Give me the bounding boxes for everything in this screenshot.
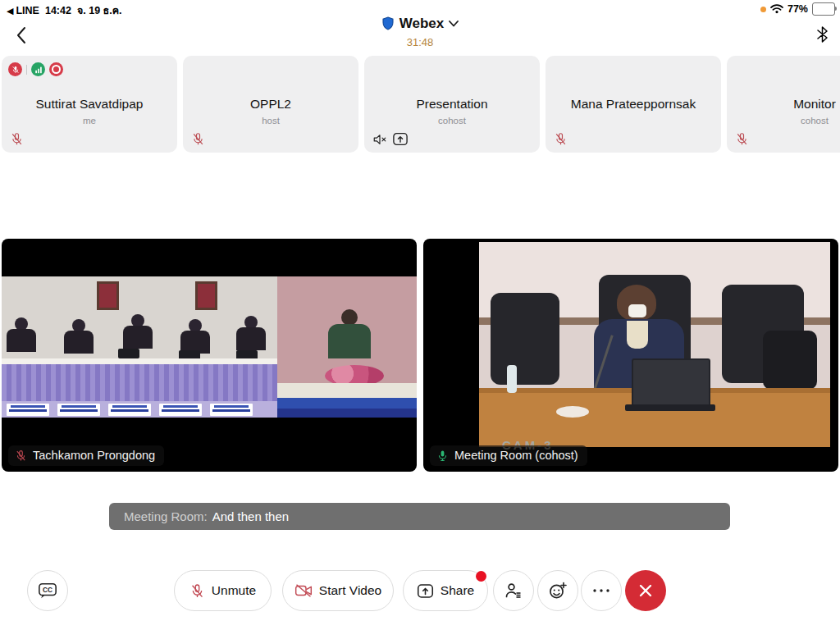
participant-name: Presentation <box>364 97 540 112</box>
video-participant-name: Tachkamon Prongdong <box>33 449 155 462</box>
seated-attendee <box>180 319 210 354</box>
start-video-button[interactable]: Start Video <box>282 570 394 611</box>
status-right: 77% <box>760 2 835 16</box>
video-label-tachkamon: Tachkamon Prongdong <box>8 445 164 466</box>
reactions-button[interactable] <box>537 570 578 611</box>
wifi-icon <box>770 4 783 14</box>
leave-meeting-button[interactable] <box>625 570 666 611</box>
mic-muted-icon <box>189 582 205 600</box>
speaker-shirt <box>627 321 648 349</box>
name-card <box>57 404 100 416</box>
cc-icon: CC <box>37 581 58 600</box>
participants-icon <box>504 581 523 600</box>
meeting-room-camera-shot <box>479 242 830 447</box>
meeting-header: Webex 31:48 <box>0 16 840 48</box>
sharing-content-icon <box>392 132 409 146</box>
name-card <box>7 404 49 416</box>
blue-nameplate-lower <box>277 409 417 418</box>
video-feed-tachkamon[interactable]: Tachkamon Prongdong <box>2 239 417 472</box>
caption-speaker: Meeting Room: <box>124 509 208 523</box>
participant-tile-self[interactable]: Suttirat Savatdipap me <box>2 56 177 153</box>
meeting-timer: 31:48 <box>0 36 840 48</box>
chevron-down-icon <box>449 21 459 27</box>
emoji-plus-icon <box>548 581 568 600</box>
video-label-meeting-room: Meeting Room (cohost) <box>430 445 587 466</box>
meeting-room-wide-shot <box>2 276 277 418</box>
back-triangle-icon: ◀ <box>7 6 13 16</box>
bluetooth-icon <box>817 25 828 43</box>
speaker-body <box>328 324 371 358</box>
desk-front <box>277 383 417 398</box>
back-app-name: LINE <box>16 5 39 16</box>
participant-tile-presentation[interactable]: Presentation cohost <box>364 56 540 153</box>
water-bottle <box>507 365 517 393</box>
share-notification-dot <box>476 571 486 582</box>
more-options-button[interactable] <box>581 570 622 611</box>
caption-text: And then then <box>212 509 289 523</box>
video-participant-name: Meeting Room (cohost) <box>454 449 578 462</box>
participant-name: Monitor <box>727 97 840 112</box>
participant-tile-mana[interactable]: Mana Prateeppornsak <box>546 56 721 153</box>
battery-icon <box>812 2 835 16</box>
back-to-app-indicator[interactable]: ◀ LINE <box>7 5 39 16</box>
ellipsis-icon <box>592 588 610 593</box>
unmute-label: Unmute <box>212 583 256 598</box>
self-status-badges <box>8 62 63 76</box>
closed-captions-button[interactable]: CC <box>27 570 68 611</box>
seated-attendee <box>7 317 36 352</box>
participant-name: Mana Prateeppornsak <box>546 97 721 112</box>
mic-muted-icon <box>10 132 24 146</box>
battery-percentage: 77% <box>788 3 808 15</box>
wall-portrait <box>195 281 217 310</box>
share-label: Share <box>441 583 474 598</box>
seated-attendee <box>236 316 266 350</box>
participant-name: OPPL2 <box>183 97 358 112</box>
seated-attendee <box>123 314 153 349</box>
participant-strip: Suttirat Savatdipap me OPPL2 host Presen… <box>2 56 840 153</box>
mic-muted-icon <box>554 132 568 146</box>
name-card <box>210 404 253 416</box>
participant-name: Suttirat Savatdipap <box>2 97 177 112</box>
status-time: 14:42 <box>45 5 71 16</box>
mic-muted-icon <box>191 132 205 146</box>
speaker-muted-icon <box>372 133 387 146</box>
participant-tile-monitor[interactable]: Monitor cohost <box>727 56 840 153</box>
laptop <box>118 349 139 358</box>
speaker-head <box>341 309 358 326</box>
recording-badge-icon <box>49 62 63 76</box>
wall-portrait <box>97 281 119 310</box>
webex-shield-icon <box>381 16 395 31</box>
participant-role: cohost <box>727 116 840 126</box>
mic-in-use-dot-icon <box>760 7 766 12</box>
mic-active-icon <box>436 450 449 462</box>
participants-button[interactable] <box>493 570 534 611</box>
hp-laptop-screen <box>632 358 710 409</box>
video-feed-meeting-room[interactable]: CAM-3 Meeting Room (cohost) <box>423 239 838 472</box>
video-off-icon <box>294 583 313 598</box>
participant-tile-host[interactable]: OPPL2 host <box>183 56 358 153</box>
participant-role: me <box>2 116 177 126</box>
purple-table-skirt <box>2 364 277 401</box>
share-icon <box>417 583 434 599</box>
signal-quality-badge-icon <box>31 62 45 76</box>
mic-muted-badge-icon <box>8 62 22 76</box>
name-card-row <box>2 401 277 418</box>
speaker-inset-shot <box>277 276 417 418</box>
badge-divider <box>26 65 27 75</box>
meeting-title: Webex <box>399 16 445 32</box>
name-card <box>108 404 151 416</box>
meeting-title-button[interactable]: Webex <box>381 16 459 32</box>
name-card <box>159 404 202 416</box>
start-video-label: Start Video <box>319 583 381 598</box>
closed-caption-bar: Meeting Room: And then then <box>109 503 730 530</box>
bluetooth-button[interactable] <box>812 25 832 44</box>
hp-laptop-base <box>625 404 715 411</box>
face-mask <box>628 304 646 317</box>
mic-muted-icon <box>735 132 749 146</box>
presentation-status-icons <box>372 132 409 146</box>
seated-attendee <box>64 319 94 354</box>
office-chair <box>491 293 559 385</box>
unmute-button[interactable]: Unmute <box>174 570 272 611</box>
participant-role: cohost <box>364 116 540 126</box>
webex-meeting-screen: ◀ LINE 14:42 จ. 19 ธ.ค. 77% Webex 31:48 <box>0 0 840 630</box>
